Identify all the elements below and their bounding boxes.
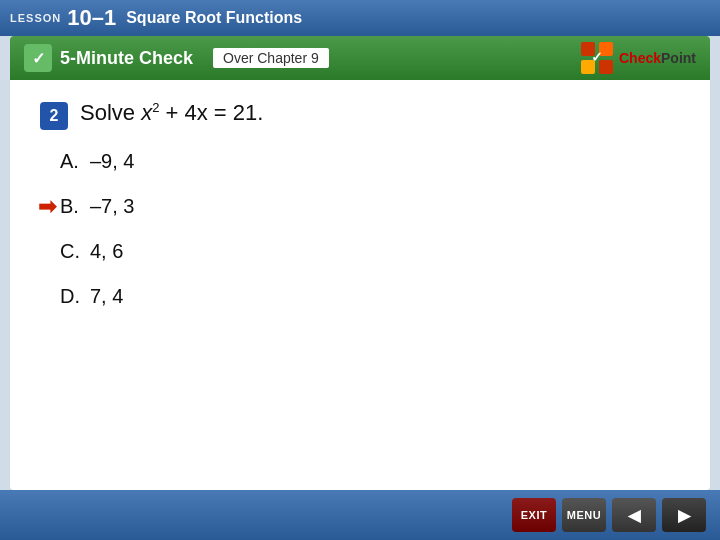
next-button[interactable]: ▶ — [662, 498, 706, 532]
exit-button[interactable]: EXIT — [512, 498, 556, 532]
answer-row[interactable]: A.–9, 4 — [60, 150, 680, 173]
lesson-number: 10–1 — [67, 5, 116, 31]
question-text-after: + 4x = 21. — [159, 100, 263, 125]
main-content-panel: ✓ 5-Minute Check Over Chapter 9 ✓ CheckP… — [10, 36, 710, 490]
answer-row[interactable]: D.7, 4 — [60, 285, 680, 308]
checkpoint-check-text: Check — [619, 50, 661, 66]
question-row: 2 Solve x2 + 4x = 21. — [40, 100, 680, 130]
answers-container: A.–9, 4➡B.–7, 3C.4, 6D.7, 4 — [40, 150, 680, 308]
answer-letter: D. — [60, 285, 90, 308]
answer-letter: A. — [60, 150, 90, 173]
bottom-nav-bar: EXIT MENU ◀ ▶ — [0, 490, 720, 540]
answer-value: 7, 4 — [90, 285, 123, 308]
answer-row[interactable]: C.4, 6 — [60, 240, 680, 263]
menu-button[interactable]: MENU — [562, 498, 606, 532]
lesson-title: Square Root Functions — [126, 9, 302, 27]
lesson-tag: LESSON — [10, 12, 61, 24]
answer-letter: C. — [60, 240, 90, 263]
answer-letter: B. — [60, 195, 90, 218]
top-header-bar: LESSON 10–1 Square Root Functions — [0, 0, 720, 36]
content-area: 2 Solve x2 + 4x = 21. A.–9, 4➡B.–7, 3C.4… — [10, 80, 710, 350]
svg-text:✓: ✓ — [591, 49, 603, 65]
checkpoint-logo: ✓ CheckPoint — [579, 40, 696, 76]
five-minute-check-title: 5-Minute Check — [60, 48, 193, 69]
answer-value: –9, 4 — [90, 150, 134, 173]
answer-value: 4, 6 — [90, 240, 123, 263]
question-text-before: Solve — [80, 100, 141, 125]
check-icon: ✓ — [24, 44, 52, 72]
answer-row[interactable]: ➡B.–7, 3 — [60, 195, 680, 218]
checkmark-icon: ✓ — [32, 49, 45, 68]
question-text: Solve x2 + 4x = 21. — [80, 100, 263, 126]
prev-button[interactable]: ◀ — [612, 498, 656, 532]
selected-arrow-icon: ➡ — [38, 194, 56, 220]
question-variable: x — [141, 100, 152, 125]
answer-value: –7, 3 — [90, 195, 134, 218]
question-badge: 2 — [40, 102, 68, 130]
checkpoint-point-text: Point — [661, 50, 696, 66]
over-chapter-label: Over Chapter 9 — [213, 48, 329, 68]
checkpoint-puzzle-icon: ✓ — [579, 40, 615, 76]
check-bar: ✓ 5-Minute Check Over Chapter 9 ✓ CheckP… — [10, 36, 710, 80]
checkpoint-text: CheckPoint — [619, 50, 696, 66]
